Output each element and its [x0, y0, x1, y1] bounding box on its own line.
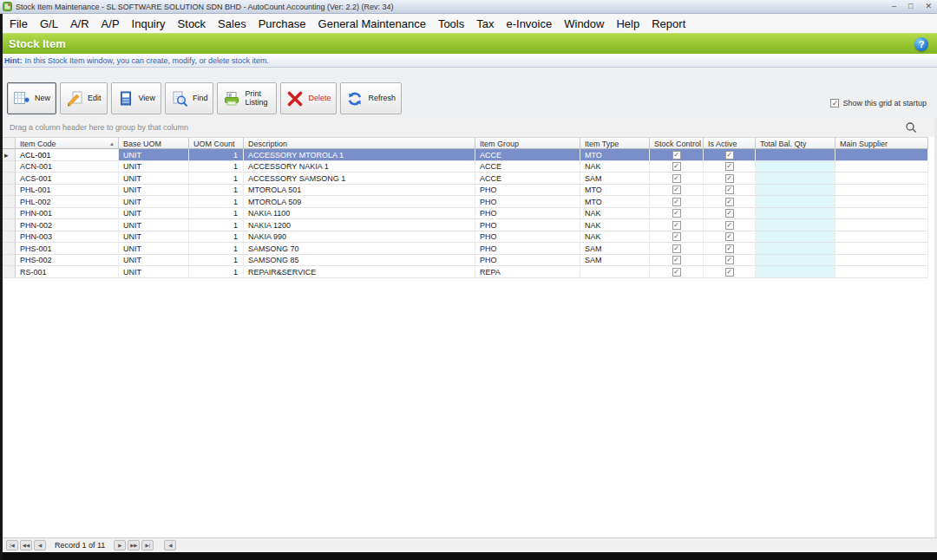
cell-item-group[interactable]: PHO: [475, 231, 580, 244]
cell-description[interactable]: NAKIA 1200: [244, 219, 475, 231]
find-button[interactable]: Find: [165, 82, 214, 114]
cell-item-group[interactable]: REPA: [475, 266, 580, 278]
cell-item-type[interactable]: SAM: [580, 243, 650, 255]
cell-item-code[interactable]: PHS-001: [16, 243, 119, 255]
cell-item-group[interactable]: PHO: [475, 255, 580, 267]
cell-item-code[interactable]: ACN-001: [16, 161, 119, 173]
column-header-description[interactable]: Description: [244, 137, 475, 149]
cell-uom-count[interactable]: 1: [189, 255, 244, 267]
cell-base-uom[interactable]: UNIT: [119, 255, 189, 267]
table-row[interactable]: PHS-002 UNIT 1 SAMSONG 85 PHO SAM ✓ ✓: [3, 255, 928, 267]
column-header-item-group[interactable]: Item Group: [475, 137, 580, 149]
cell-is-active[interactable]: ✓: [704, 243, 756, 255]
cell-item-code[interactable]: PHS-002: [16, 255, 119, 267]
cell-stock-control[interactable]: ✓: [650, 255, 704, 267]
cell-uom-count[interactable]: 1: [189, 161, 244, 173]
nav-first-button[interactable]: |◀: [6, 540, 18, 550]
table-row[interactable]: PHS-001 UNIT 1 SAMSONG 70 PHO SAM ✓ ✓: [3, 243, 928, 255]
menu-item[interactable]: Window: [558, 17, 610, 30]
cell-base-uom[interactable]: UNIT: [119, 173, 189, 185]
nav-last-button[interactable]: ▶|: [141, 540, 154, 550]
cell-is-active[interactable]: ✓: [704, 173, 756, 185]
column-header-main-supplier[interactable]: Main Supplier: [835, 137, 928, 149]
cell-item-group[interactable]: PHO: [475, 243, 580, 255]
cell-main-supplier[interactable]: [835, 196, 928, 208]
cell-is-active[interactable]: ✓: [704, 266, 756, 278]
cell-item-type[interactable]: [580, 266, 650, 278]
group-by-bar[interactable]: Drag a column header here to group by th…: [3, 118, 934, 137]
cell-base-uom[interactable]: UNIT: [119, 231, 189, 244]
search-icon[interactable]: [905, 121, 917, 133]
menu-item[interactable]: Sales: [212, 17, 252, 30]
hscroll-left-button[interactable]: ◀: [164, 540, 176, 550]
cell-item-group[interactable]: ACCE: [475, 173, 580, 185]
cell-main-supplier[interactable]: [835, 219, 928, 231]
cell-item-code[interactable]: RS-001: [16, 266, 119, 278]
table-row[interactable]: PHL-002 UNIT 1 MTOROLA 509 PHO MTO ✓ ✓: [3, 196, 928, 208]
cell-stock-control[interactable]: ✓: [650, 231, 704, 244]
nav-next-page-button[interactable]: ▶▶: [128, 540, 140, 550]
cell-item-type[interactable]: MTO: [580, 149, 650, 161]
cell-base-uom[interactable]: UNIT: [119, 243, 189, 255]
menu-item[interactable]: Stock: [172, 17, 213, 30]
table-row[interactable]: PHL-001 UNIT 1 MTOROLA 501 PHO MTO ✓ ✓: [3, 185, 928, 197]
table-row[interactable]: PHN-002 UNIT 1 NAKIA 1200 PHO NAK ✓ ✓: [3, 219, 928, 231]
cell-item-code[interactable]: PHN-002: [16, 219, 119, 231]
nav-prev-page-button[interactable]: ◀◀: [20, 540, 32, 550]
cell-stock-control[interactable]: ✓: [650, 196, 704, 208]
cell-uom-count[interactable]: 1: [189, 231, 244, 244]
cell-base-uom[interactable]: UNIT: [119, 196, 189, 208]
cell-description[interactable]: REPAIR&SERVICE: [244, 266, 475, 278]
edit-button[interactable]: Edit: [60, 82, 108, 114]
cell-stock-control[interactable]: ✓: [650, 208, 704, 220]
column-header-is-active[interactable]: Is Active: [704, 137, 756, 149]
cell-item-group[interactable]: PHO: [475, 208, 580, 220]
menu-item[interactable]: A/P: [95, 17, 126, 30]
menu-item[interactable]: Tax: [470, 17, 500, 30]
cell-item-code[interactable]: PHL-001: [16, 185, 119, 197]
cell-total-bal-qty[interactable]: [756, 161, 835, 173]
cell-uom-count[interactable]: 1: [189, 243, 244, 255]
cell-item-type[interactable]: MTO: [580, 196, 650, 208]
menu-item[interactable]: Purchase: [252, 17, 312, 30]
minimize-button[interactable]: –: [892, 3, 896, 10]
view-button[interactable]: View: [111, 82, 161, 114]
cell-is-active[interactable]: ✓: [704, 231, 756, 244]
cell-is-active[interactable]: ✓: [704, 208, 756, 220]
cell-base-uom[interactable]: UNIT: [119, 208, 189, 220]
help-icon[interactable]: ?: [914, 37, 928, 51]
menu-item[interactable]: Report: [645, 17, 691, 30]
cell-item-code[interactable]: PHN-003: [16, 231, 119, 244]
delete-button[interactable]: Delete: [280, 82, 337, 114]
refresh-button[interactable]: Refresh: [340, 82, 402, 114]
cell-is-active[interactable]: ✓: [704, 185, 756, 197]
cell-total-bal-qty[interactable]: [756, 266, 835, 278]
cell-description[interactable]: MTOROLA 501: [244, 185, 475, 197]
cell-total-bal-qty[interactable]: [756, 196, 835, 208]
menu-item[interactable]: Inquiry: [126, 17, 172, 30]
cell-description[interactable]: MTOROLA 509: [244, 196, 475, 208]
cell-description[interactable]: ACCESSORY SAMSONG 1: [244, 173, 475, 185]
cell-stock-control[interactable]: ✓: [650, 243, 704, 255]
table-row[interactable]: RS-001 UNIT 1 REPAIR&SERVICE REPA ✓ ✓: [3, 266, 928, 278]
cell-stock-control[interactable]: ✓: [650, 185, 704, 197]
cell-item-code[interactable]: PHL-002: [16, 196, 119, 208]
cell-main-supplier[interactable]: [835, 243, 928, 255]
cell-description[interactable]: NAKIA 1100: [244, 208, 475, 220]
checkbox-icon[interactable]: [830, 99, 839, 107]
cell-uom-count[interactable]: 1: [189, 219, 244, 231]
print-listing-button[interactable]: R Print Listing: [217, 82, 277, 114]
cell-main-supplier[interactable]: [835, 173, 928, 185]
cell-description[interactable]: SAMSONG 85: [244, 255, 475, 267]
cell-item-code[interactable]: ACL-001: [16, 149, 119, 161]
cell-item-type[interactable]: NAK: [580, 231, 650, 244]
menu-item[interactable]: General Maintenance: [312, 17, 432, 30]
cell-item-type[interactable]: SAM: [580, 255, 650, 267]
cell-is-active[interactable]: ✓: [704, 196, 756, 208]
cell-item-group[interactable]: ACCE: [475, 161, 580, 173]
menu-item[interactable]: File: [3, 17, 34, 30]
cell-base-uom[interactable]: UNIT: [119, 266, 189, 278]
cell-main-supplier[interactable]: [835, 266, 928, 278]
restore-button[interactable]: □: [908, 3, 913, 10]
cell-uom-count[interactable]: 1: [189, 185, 244, 197]
